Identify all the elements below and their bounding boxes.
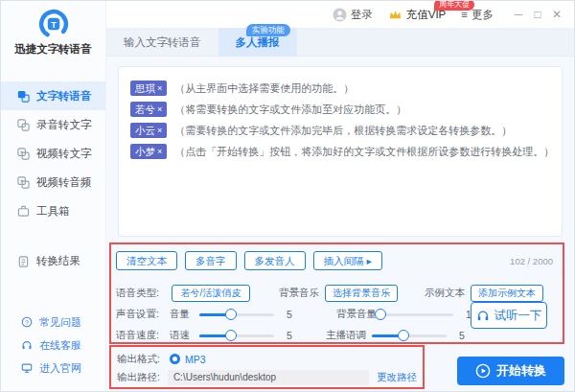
question-icon: ? (21, 316, 33, 328)
bg-volume-label: 背景音量 (336, 308, 377, 321)
experimental-feature-badge: 实验功能 (246, 24, 290, 36)
login-button[interactable]: 登录 (333, 8, 373, 22)
volume-slider[interactable] (199, 313, 274, 316)
preview-listen-button[interactable]: 试听一下 (471, 302, 547, 329)
video-to-audio-icon (17, 176, 30, 189)
sidebar-link-faq[interactable]: ? 常见问题 (1, 311, 105, 334)
audio-to-text-icon (17, 119, 30, 131)
headset-icon (21, 339, 33, 351)
crown-icon (388, 9, 402, 21)
output-path-label: 输出路径: (117, 371, 168, 384)
speaker-name: 小云 (135, 123, 155, 138)
app-logo: T 迅捷文字转语音 (1, 1, 105, 57)
sidebar-item-label: 视频转文字 (36, 147, 92, 161)
add-sample-text-button[interactable]: 添加示例文本 (471, 285, 543, 302)
sidebar-item-video-to-audio[interactable]: 视频转音频 (1, 168, 105, 196)
speed-label: 语速 (170, 329, 190, 342)
sidebar-link-customer-service[interactable]: 在线客服 (1, 334, 105, 357)
svg-text:T: T (51, 19, 57, 30)
speaker-tag[interactable]: 小云× (130, 123, 167, 138)
broadcast-line-text: （需要转换的文字或文件添加完毕后，根据转换需求设定各转换参数。） (174, 124, 512, 138)
remove-speaker-icon[interactable]: × (157, 81, 162, 96)
sidebar-item-label: 工具箱 (36, 204, 70, 219)
bgm-label: 背景音乐 (279, 287, 319, 300)
sidebar-link-label: 进入官网 (39, 361, 81, 376)
remove-speaker-icon[interactable]: × (157, 102, 162, 117)
broadcast-line-text: （从主界面中选择需要使用的功能。） (174, 81, 354, 96)
app-logo-icon: T (38, 9, 69, 39)
broadcast-line-text: （将需要转换的文字或文件添加至对应功能页。） (174, 103, 406, 117)
sidebar-item-label: 视频转音频 (36, 175, 92, 190)
app-window: T 迅捷文字转语音 文字转语音 录音转文字 视频转文字 (0, 0, 575, 392)
volume-label: 音量 (170, 308, 190, 321)
start-conversion-button[interactable]: 开始转换 (457, 357, 564, 385)
chevron-right-icon: ▸ (367, 252, 372, 269)
titlebar: 登录 充值VIP 周年大促 ≡ 更多 ─ □ ✕ (106, 1, 574, 28)
slider-knob[interactable] (225, 330, 237, 341)
remove-speaker-icon[interactable]: × (157, 123, 162, 138)
app-title: 迅捷文字转语音 (14, 42, 92, 57)
multi-speaker-button[interactable]: 多发音人 (244, 251, 306, 270)
speed-slider[interactable] (199, 334, 274, 337)
window-controls: ─ □ ✕ (509, 8, 566, 21)
sidebar-link-official-website[interactable]: 进入官网 (1, 357, 105, 380)
sidebar-link-label: 常见问题 (39, 315, 81, 330)
volume-value: 5 (287, 309, 300, 320)
sidebar-links: ? 常见问题 在线客服 进入官网 (1, 311, 105, 380)
speaker-tag[interactable]: 思琪× (130, 81, 167, 96)
promo-badge: 周年大促 (434, 0, 474, 11)
speaker-tag[interactable]: 若兮× (130, 102, 167, 117)
output-format-value: MP3 (185, 354, 206, 365)
bg-volume-slider[interactable] (379, 313, 453, 316)
tone-slider[interactable] (372, 334, 447, 337)
preview-listen-label: 试听一下 (494, 308, 542, 324)
speaker-name: 思琪 (135, 81, 155, 96)
remove-speaker-icon[interactable]: × (157, 144, 162, 159)
minimize-button[interactable]: ─ (509, 8, 528, 21)
content-area: 思琪× （从主界面中选择需要使用的功能。） 若兮× （将需要转换的文字或文件添加… (106, 57, 574, 391)
recharge-vip-button[interactable]: 充值VIP 周年大促 (388, 8, 447, 22)
clipboard-icon (17, 255, 30, 267)
close-button[interactable]: ✕ (547, 8, 566, 21)
headphones-icon (476, 309, 490, 322)
toolbox-icon (17, 205, 30, 218)
tab-bar: 输入文字转语音 多人播报 实验功能 (106, 28, 574, 57)
sidebar-link-label: 在线客服 (39, 338, 81, 353)
select-bgm-button[interactable]: 选择背景音乐 (325, 285, 398, 302)
clear-text-button[interactable]: 清空文本 (116, 251, 177, 270)
char-counter: 102 / 2000 (510, 256, 555, 266)
broadcast-line: 若兮× （将需要转换的文字或文件添加至对应功能页。） (130, 99, 550, 120)
output-format-row: 输出格式: MP3 (117, 350, 417, 368)
tone-label: 主播语调 (326, 329, 366, 342)
polyphonic-button[interactable]: 多音字 (185, 251, 237, 270)
sidebar-item-audio-to-text[interactable]: 录音转文字 (1, 110, 105, 139)
settings-row-voice-type: 语音类型: 若兮/活泼俏皮 背景音乐 选择背景音乐 示例文本 添加示例文本 (116, 283, 555, 304)
output-path-field[interactable]: C:\Users\hudun\desktop (168, 370, 369, 385)
sidebar-item-toolbox[interactable]: 工具箱 (1, 196, 105, 225)
monitor-icon (21, 362, 33, 374)
mp3-radio[interactable] (170, 354, 180, 364)
insert-interval-button[interactable]: 插入间隔 ▸ (313, 251, 382, 270)
broadcast-text-editor[interactable]: 思琪× （从主界面中选择需要使用的功能。） 若兮× （将需要转换的文字或文件添加… (118, 66, 563, 237)
broadcast-line-text: （点击「开始转换」按钮，将添加好的文字或文件根据所设参数进行转换处理。） (174, 145, 554, 159)
slider-knob[interactable] (398, 330, 409, 341)
maximize-button[interactable]: □ (528, 8, 547, 21)
voice-type-button[interactable]: 若兮/活泼俏皮 (172, 285, 250, 302)
slider-knob[interactable] (375, 309, 386, 320)
speaker-name: 小梦 (135, 144, 155, 159)
output-format-label: 输出格式: (117, 353, 170, 366)
speaker-tag[interactable]: 小梦× (130, 144, 167, 159)
sidebar: T 迅捷文字转语音 文字转语音 录音转文字 视频转文字 (1, 1, 106, 391)
start-conversion-label: 开始转换 (496, 362, 546, 380)
login-label: 登录 (351, 8, 373, 22)
sidebar-item-text-to-speech[interactable]: 文字转语音 (1, 81, 105, 110)
speech-speed-label: 语音速度: (116, 329, 170, 342)
sidebar-item-label: 文字转语音 (36, 89, 92, 104)
sidebar-item-video-to-text[interactable]: 视频转文字 (1, 139, 105, 168)
speaker-name: 若兮 (135, 102, 155, 117)
change-path-link[interactable]: 更改路径 (377, 371, 417, 384)
svg-text:?: ? (25, 319, 29, 326)
slider-knob[interactable] (225, 309, 237, 320)
sidebar-item-conversion-result[interactable]: 转换结果 (1, 246, 105, 275)
tab-input-text-to-speech[interactable]: 输入文字转语音 (106, 28, 218, 57)
